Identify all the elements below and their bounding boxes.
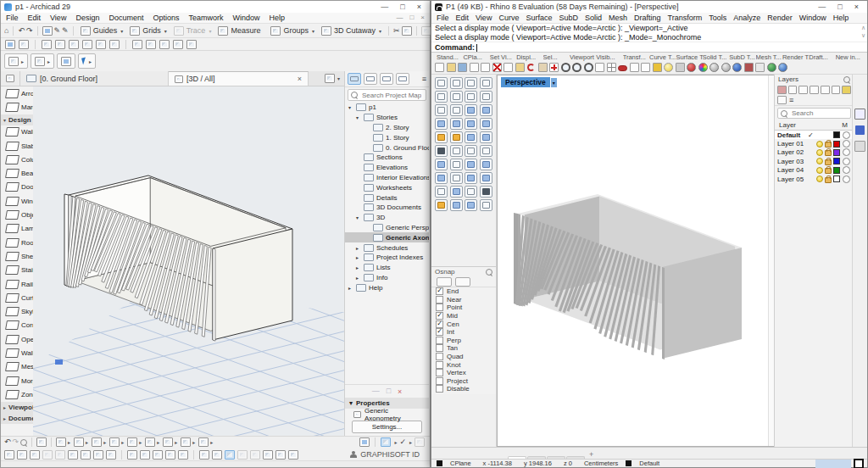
- menu-item[interactable]: Mesh: [609, 14, 627, 22]
- toolbox-item[interactable]: Corner Window: [1, 319, 33, 332]
- menu-item[interactable]: Drafting: [634, 14, 661, 22]
- chamfer-tool-icon[interactable]: [480, 131, 492, 143]
- stamp-icon[interactable]: [82, 40, 92, 49]
- viewport-title[interactable]: Perspective: [501, 77, 550, 87]
- checkbox[interactable]: ✓: [436, 287, 443, 295]
- toolbar-tab[interactable]: Mesh T...: [756, 53, 782, 61]
- align-icon[interactable]: [17, 450, 27, 460]
- tab-3d-all[interactable]: [3D / All] ×: [169, 71, 309, 86]
- levels-icon[interactable]: [55, 40, 65, 49]
- osnap-option[interactable]: Quad: [431, 353, 496, 361]
- toolbox-item[interactable]: Zone: [1, 387, 33, 401]
- grid-tool-icon[interactable]: [465, 186, 477, 198]
- sun-icon[interactable]: [165, 450, 175, 460]
- layer-material-icon[interactable]: [843, 158, 850, 165]
- toolbar-button[interactable]: Groups ▾: [268, 25, 317, 36]
- help-icon[interactable]: [778, 63, 787, 72]
- menu-item[interactable]: Render: [767, 14, 793, 22]
- selection-filter-icon[interactable]: [854, 459, 864, 468]
- tab-overview-icon[interactable]: [1, 71, 20, 86]
- toolbar-tab[interactable]: Draft...: [809, 53, 835, 61]
- explode-tool-icon[interactable]: [435, 145, 448, 157]
- osnap-option[interactable]: Tan: [431, 344, 496, 353]
- freeform-tool-icon[interactable]: [480, 91, 492, 103]
- new-file-icon[interactable]: [435, 63, 444, 72]
- toolbar-tab[interactable]: Displ...: [516, 53, 542, 61]
- menu-item[interactable]: Design: [75, 14, 99, 22]
- dim-chain-icon[interactable]: [199, 450, 209, 460]
- favorites-icon[interactable]: [69, 40, 79, 49]
- layer-filter-icon[interactable]: [842, 86, 851, 94]
- toolbox-item[interactable]: Skylight: [1, 304, 33, 318]
- toolbar-tab[interactable]: CPla...: [463, 53, 489, 61]
- child-restore-button[interactable]: □: [409, 14, 414, 21]
- render-icon[interactable]: [687, 63, 696, 72]
- layer-color-swatch[interactable]: [833, 167, 840, 174]
- snap-check-icon[interactable]: ✓: [399, 437, 406, 447]
- close-button[interactable]: ×: [417, 1, 421, 13]
- move-down-icon[interactable]: [832, 86, 841, 94]
- checkbox[interactable]: [436, 353, 443, 360]
- circle-tool-icon[interactable]: [435, 91, 448, 103]
- anchor-icon[interactable]: [109, 40, 120, 49]
- toolbar-button[interactable]: Trace ▾: [171, 25, 214, 36]
- layer-search-input[interactable]: [790, 109, 848, 118]
- multiply-icon[interactable]: [93, 450, 103, 460]
- boolean-union-tool-icon[interactable]: [450, 131, 463, 143]
- maximize-button[interactable]: □: [400, 1, 404, 13]
- menu-item[interactable]: Solid: [585, 14, 602, 22]
- checkbox[interactable]: [436, 344, 443, 352]
- layer-lock-icon[interactable]: [825, 150, 832, 156]
- toolbox-item[interactable]: Marquee: [1, 100, 33, 114]
- toolbar-button[interactable]: Measure: [215, 25, 266, 36]
- layer-color-swatch[interactable]: [833, 158, 840, 164]
- toolbar-tab[interactable]: Viewport L...: [570, 53, 596, 61]
- new-sublayer-icon[interactable]: [788, 86, 798, 94]
- trim-row-icon[interactable]: [42, 450, 53, 460]
- properties-panel-icon[interactable]: [855, 78, 865, 87]
- toolbox-item[interactable]: Stair: [1, 264, 33, 277]
- drag-icon[interactable]: [106, 450, 116, 460]
- elevation-icon[interactable]: [159, 40, 170, 49]
- project-map-search[interactable]: [348, 89, 426, 101]
- display-panel-icon[interactable]: [855, 93, 865, 103]
- point-tool-icon[interactable]: [450, 77, 463, 89]
- renovation-icon[interactable]: [181, 437, 191, 447]
- status-toggle[interactable]: [804, 460, 815, 468]
- new-layer-icon[interactable]: [777, 86, 787, 94]
- delete-layer-icon[interactable]: [798, 86, 808, 94]
- zoom-window-icon[interactable]: [572, 63, 581, 72]
- shadow-icon[interactable]: [178, 450, 188, 460]
- toolbox-item[interactable]: Railing: [1, 277, 33, 291]
- layer-material-icon[interactable]: [843, 176, 850, 183]
- array-tool-icon[interactable]: [435, 172, 448, 184]
- rotate-icon[interactable]: [127, 450, 137, 460]
- intersect-row-icon[interactable]: [237, 450, 248, 460]
- pointer-tool-icon[interactable]: [435, 77, 448, 89]
- checkbox[interactable]: [436, 337, 443, 344]
- toolbar-tab[interactable]: Curve T...: [649, 53, 676, 61]
- cylinder-tool-icon[interactable]: [465, 118, 477, 130]
- link-panel-icon[interactable]: [854, 141, 865, 152]
- checkbox[interactable]: ✓: [436, 328, 443, 336]
- layer-row[interactable]: Layer 05: [775, 175, 854, 183]
- export-icon[interactable]: [481, 63, 490, 72]
- building-model[interactable]: [60, 165, 314, 352]
- stretch-icon[interactable]: [81, 450, 91, 460]
- viewport-scrollbar[interactable]: [768, 75, 774, 446]
- layer-row[interactable]: Layer 03: [775, 157, 854, 165]
- toolbar-tab[interactable]: Transf...: [623, 53, 649, 61]
- home-icon[interactable]: ⌂: [4, 26, 8, 36]
- rotate-view-icon[interactable]: [595, 63, 604, 72]
- menu-item[interactable]: View: [50, 14, 66, 22]
- layout-book-icon[interactable]: [380, 73, 393, 85]
- tab-ground-floor[interactable]: [0. Ground Floor]: [20, 71, 169, 86]
- toolbox-item[interactable]: Wall End: [1, 346, 33, 359]
- toolbox-item[interactable]: ▸ Documents: [1, 413, 33, 424]
- project-tree-item[interactable]: ▾ p1: [345, 103, 429, 113]
- material-column-header[interactable]: M: [842, 121, 849, 129]
- toolbar-button[interactable]: 3D Cutaway ▾: [319, 25, 384, 36]
- layer-lock-icon[interactable]: [825, 142, 832, 148]
- tree-expand-arrow[interactable]: ▸: [356, 265, 361, 270]
- view-map-icon[interactable]: [364, 73, 377, 85]
